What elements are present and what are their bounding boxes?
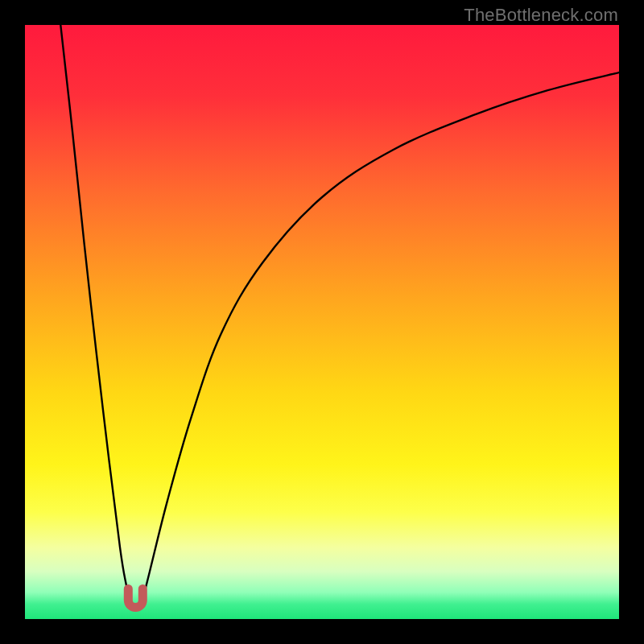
optimum-marker xyxy=(128,588,142,607)
plot-area xyxy=(25,25,619,619)
curve-right-branch xyxy=(141,72,619,607)
chart-frame: TheBottleneck.com xyxy=(0,0,644,644)
watermark-label: TheBottleneck.com xyxy=(464,5,618,26)
curve-left-branch xyxy=(60,25,132,607)
bottleneck-curve xyxy=(25,25,619,619)
